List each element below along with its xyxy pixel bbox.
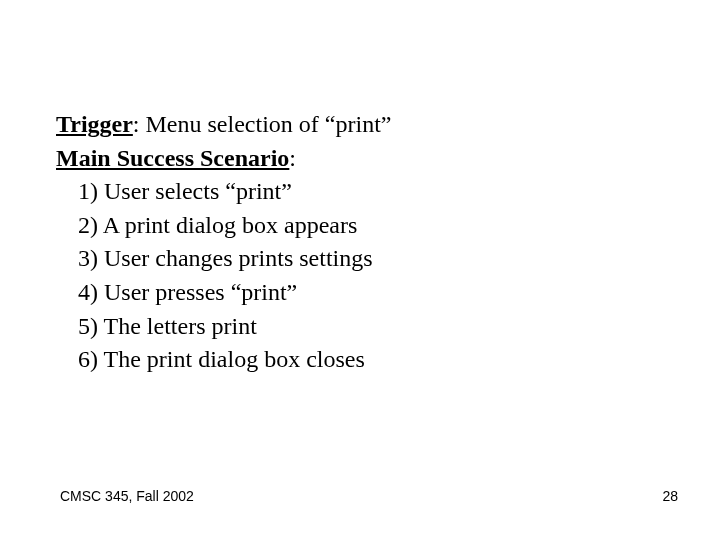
scenario-label: Main Success Scenario <box>56 145 289 171</box>
footer-course: CMSC 345, Fall 2002 <box>60 488 194 504</box>
step-2: 2) A print dialog box appears <box>78 209 391 243</box>
step-6: 6) The print dialog box closes <box>78 343 391 377</box>
trigger-line: Trigger: Menu selection of “print” <box>56 108 391 142</box>
steps-list: 1) User selects “print” 2) A print dialo… <box>56 175 391 377</box>
scenario-colon: : <box>289 145 296 171</box>
slide-body: Trigger: Menu selection of “print” Main … <box>56 108 391 377</box>
scenario-heading-line: Main Success Scenario: <box>56 142 391 176</box>
step-5: 5) The letters print <box>78 310 391 344</box>
step-4: 4) User presses “print” <box>78 276 391 310</box>
footer-page-number: 28 <box>662 488 678 504</box>
trigger-value: : Menu selection of “print” <box>133 111 392 137</box>
step-3: 3) User changes prints settings <box>78 242 391 276</box>
slide-footer: CMSC 345, Fall 2002 28 <box>60 488 678 504</box>
trigger-label: Trigger <box>56 111 133 137</box>
step-1: 1) User selects “print” <box>78 175 391 209</box>
